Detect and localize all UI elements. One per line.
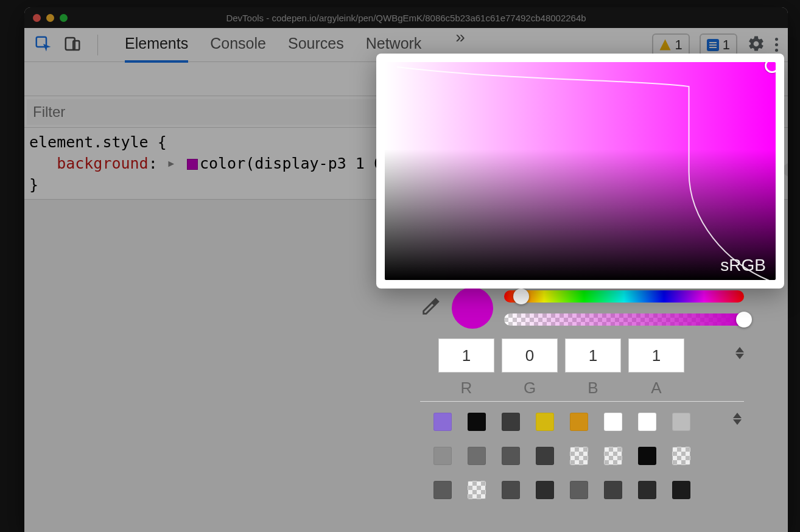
open-brace: { <box>158 133 167 151</box>
kebab-icon[interactable] <box>775 38 778 52</box>
palette-swatch[interactable] <box>672 447 690 465</box>
spectrum-cursor[interactable] <box>765 62 776 73</box>
warnings-badge[interactable]: 1 <box>652 33 690 57</box>
palette-swatch[interactable] <box>468 447 486 465</box>
gamut-boundary <box>385 62 776 280</box>
window-title: DevTools - codepen.io/argyleink/pen/QWBg… <box>24 13 788 23</box>
property-name[interactable]: background <box>57 155 149 172</box>
palette-swatch[interactable] <box>672 413 690 431</box>
inspect-icon[interactable] <box>34 35 52 55</box>
palette-area <box>420 401 744 499</box>
b-label: B <box>588 379 598 397</box>
palette-swatch[interactable] <box>604 413 622 431</box>
palette-swatch[interactable] <box>638 447 656 465</box>
warning-icon <box>659 39 672 51</box>
toolbar-right: 1 1 <box>652 33 779 57</box>
palette-swatch[interactable] <box>638 481 656 499</box>
palette-swatch[interactable] <box>433 447 452 465</box>
messages-count: 1 <box>723 37 730 53</box>
picker-controls: R G B A <box>420 287 744 499</box>
gear-icon[interactable] <box>747 35 765 55</box>
tab-elements[interactable]: Elements <box>125 27 188 63</box>
alpha-slider[interactable] <box>504 313 744 326</box>
palette-swatch[interactable] <box>536 413 554 431</box>
g-label: G <box>524 379 536 397</box>
palette-swatch[interactable] <box>638 413 656 431</box>
a-label: A <box>651 379 661 397</box>
hue-thumb[interactable] <box>513 289 529 304</box>
b-input[interactable] <box>565 338 621 373</box>
palette-swatch[interactable] <box>570 447 588 465</box>
chevron-down-icon[interactable] <box>735 354 744 359</box>
expand-icon[interactable]: ▸ <box>167 152 176 173</box>
close-brace: } <box>29 176 38 194</box>
format-stepper[interactable] <box>735 347 744 359</box>
messages-badge[interactable]: 1 <box>700 33 737 57</box>
selector: element.style <box>29 133 149 151</box>
eyedropper-icon[interactable] <box>420 296 441 320</box>
palette <box>433 413 744 499</box>
palette-swatch[interactable] <box>433 413 452 431</box>
gamut-label: sRGB <box>720 256 766 275</box>
r-label: R <box>461 379 472 397</box>
chevron-down-icon[interactable] <box>733 419 742 425</box>
device-toggle-icon[interactable] <box>63 35 82 55</box>
palette-swatch[interactable] <box>672 481 690 499</box>
palette-swatch[interactable] <box>502 447 520 465</box>
hue-slider[interactable] <box>504 290 744 303</box>
palette-swatch[interactable] <box>433 481 452 499</box>
spectrum-area[interactable]: sRGB <box>385 62 776 280</box>
palette-swatch[interactable] <box>570 413 588 431</box>
rgba-inputs: R G B A <box>438 338 744 397</box>
palette-swatch[interactable] <box>468 481 486 499</box>
r-input[interactable] <box>438 338 494 373</box>
current-color <box>452 287 493 329</box>
titlebar: DevTools - codepen.io/argyleink/pen/QWBg… <box>24 7 788 28</box>
palette-swatch[interactable] <box>536 481 554 499</box>
palette-swatch[interactable] <box>502 481 520 499</box>
a-input[interactable] <box>628 338 684 373</box>
palette-swatch[interactable] <box>570 481 588 499</box>
palette-swatch[interactable] <box>604 447 622 465</box>
color-picker-popup: sRGB <box>376 54 784 289</box>
tab-sources[interactable]: Sources <box>288 27 344 63</box>
warnings-count: 1 <box>675 37 682 53</box>
messages-icon <box>707 39 719 51</box>
palette-swatch[interactable] <box>604 481 622 499</box>
g-input[interactable] <box>502 338 558 373</box>
palette-stepper[interactable] <box>733 413 742 425</box>
chevron-up-icon[interactable] <box>735 347 744 352</box>
tab-console[interactable]: Console <box>210 27 266 63</box>
chevron-up-icon[interactable] <box>733 413 742 418</box>
alpha-thumb[interactable] <box>736 312 752 327</box>
palette-swatch[interactable] <box>468 413 486 431</box>
toolbar-divider <box>97 35 98 55</box>
property-value[interactable]: color(display-p3 1 0 <box>200 155 383 172</box>
palette-swatch[interactable] <box>536 447 554 465</box>
palette-swatch[interactable] <box>502 413 520 431</box>
color-swatch[interactable] <box>187 159 198 170</box>
